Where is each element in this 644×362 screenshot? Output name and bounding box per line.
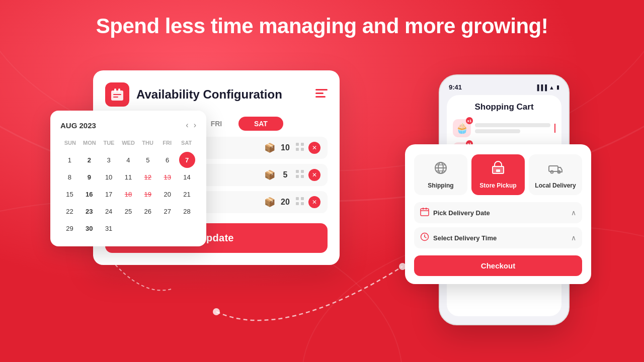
delivery-options-popup: Shipping Store Pickup	[405, 144, 591, 284]
calendar-day[interactable]: 23	[81, 203, 97, 219]
svg-rect-9	[113, 97, 118, 98]
calendar-day[interactable]: 6	[159, 152, 176, 168]
calendar-day[interactable]: 17	[101, 186, 117, 202]
svg-rect-31	[301, 197, 304, 200]
svg-rect-41	[496, 169, 500, 172]
calendar-prev-btn[interactable]: ‹	[186, 121, 188, 130]
calendar-day[interactable]: 11	[120, 169, 136, 185]
calendar-day[interactable]: 19	[140, 186, 156, 202]
svg-rect-42	[549, 166, 558, 171]
item-price-1	[554, 124, 555, 133]
calendar-day[interactable]: 27	[159, 203, 176, 219]
hero-title: Spend less time managing and more growin…	[0, 14, 644, 38]
panel-header-left: Availability Configuration	[105, 82, 282, 107]
svg-rect-32	[296, 202, 299, 205]
calendar-nav[interactable]: ‹ ›	[186, 121, 196, 130]
calendar-day[interactable]: 10	[101, 169, 117, 185]
calendar-day[interactable]: 30	[81, 220, 97, 236]
status-bar: 9:41 ▐▐▐ ▲ ▮	[447, 83, 561, 91]
calendar-day[interactable]: 29	[61, 220, 77, 236]
calendar-day[interactable]: 15	[61, 186, 77, 202]
panel-title: Availability Configuration	[136, 87, 282, 102]
svg-rect-45	[421, 209, 429, 216]
chevron-up-icon-time: ∧	[571, 234, 576, 242]
calendar-day[interactable]: 7	[179, 152, 195, 168]
delivery-tab-store-pickup[interactable]: Store Pickup	[471, 154, 525, 195]
delivery-tab-local-delivery[interactable]: Local Delivery	[529, 154, 582, 195]
slot-1-close-btn[interactable]: ✕	[308, 142, 320, 154]
store-pickup-icon	[491, 160, 506, 179]
svg-rect-6	[114, 88, 116, 93]
svg-rect-18	[296, 148, 299, 151]
delivery-tab-shipping[interactable]: Shipping	[414, 154, 467, 195]
item-line-1b	[475, 129, 520, 133]
svg-rect-26	[301, 175, 304, 178]
calendar-day[interactable]: 25	[120, 203, 136, 219]
svg-rect-17	[301, 143, 304, 146]
calendar-day[interactable]: 3	[101, 152, 117, 168]
svg-rect-7	[118, 88, 120, 93]
pick-delivery-date-row[interactable]: Pick Delivery Date ∧	[414, 202, 582, 223]
delivery-tabs: Shipping Store Pickup	[414, 154, 582, 195]
wifi-icon: ▲	[549, 84, 554, 90]
app-icon	[105, 82, 129, 107]
select-delivery-time-left: Select Delivery Time	[420, 232, 497, 243]
calendar-day[interactable]: 4	[120, 152, 136, 168]
calendar-option-icon	[420, 207, 429, 218]
svg-rect-47	[423, 208, 424, 210]
day-sat[interactable]: SAT	[238, 117, 283, 131]
panel-header: Availability Configuration	[105, 82, 328, 107]
calendar-day[interactable]: 24	[101, 203, 117, 219]
calendar-month: AUG 2023	[60, 121, 96, 130]
signal-icon: ▐▐▐	[535, 84, 547, 90]
calendar-day[interactable]: 21	[179, 186, 195, 202]
svg-rect-16	[296, 143, 299, 146]
calendar-day[interactable]: 14	[179, 169, 195, 185]
hamburger-icon[interactable]	[315, 88, 328, 101]
calendar-day[interactable]: 2	[81, 152, 97, 168]
calendar-day[interactable]: 31	[101, 220, 117, 236]
calendar-day[interactable]: 5	[140, 152, 156, 168]
grid-icon-1[interactable]	[295, 142, 304, 153]
grid-icon-2[interactable]	[295, 169, 304, 180]
cart-item-1: 🧁 x1	[453, 119, 555, 137]
clock-option-icon	[420, 232, 429, 243]
cal-hdr-sat: SAT	[177, 138, 196, 148]
slot-1-controls: 📦 10 ✕	[264, 142, 320, 154]
item-line-1a	[475, 123, 550, 127]
slot-2-close-btn[interactable]: ✕	[308, 169, 320, 181]
phone-option-rows: Pick Delivery Date ∧ Select Delivery Tim…	[414, 202, 582, 248]
calendar-day[interactable]: 12	[140, 169, 156, 185]
calendar-header: AUG 2023 ‹ ›	[60, 121, 196, 130]
calendar-day[interactable]: 22	[61, 203, 77, 219]
svg-rect-8	[113, 94, 121, 95]
calendar-day[interactable]: 18	[120, 186, 136, 202]
calendar-next-btn[interactable]: ›	[194, 121, 196, 130]
calendar-day[interactable]: 1	[61, 152, 77, 168]
slot-3-close-btn[interactable]: ✕	[308, 196, 320, 208]
slot-1-number: 10	[279, 143, 291, 152]
cal-hdr-mon: MON	[80, 138, 100, 148]
calendar-day[interactable]: 26	[140, 203, 156, 219]
pick-delivery-date-left: Pick Delivery Date	[420, 207, 490, 218]
calendar-day[interactable]: 20	[159, 186, 176, 202]
phone-status-icons: ▐▐▐ ▲ ▮	[535, 84, 559, 90]
svg-rect-23	[296, 170, 299, 173]
local-delivery-label: Local Delivery	[535, 182, 576, 189]
calendar-day[interactable]: 9	[81, 169, 97, 185]
svg-rect-24	[301, 170, 304, 173]
calendar-day[interactable]: 16	[81, 186, 97, 202]
calendar-day[interactable]: 13	[159, 169, 176, 185]
cal-hdr-sun: SUN	[60, 138, 80, 148]
svg-rect-48	[426, 208, 427, 210]
checkout-button[interactable]: Checkout	[414, 255, 582, 276]
grid-icon-3[interactable]	[295, 197, 304, 208]
store-pickup-label: Store Pickup	[479, 182, 516, 189]
calendar-day[interactable]: 8	[61, 169, 77, 185]
calendar-day	[120, 220, 136, 236]
slot-3-number: 20	[279, 198, 291, 207]
select-delivery-time-row[interactable]: Select Delivery Time ∧	[414, 227, 582, 248]
calendar-day[interactable]: 28	[179, 203, 195, 219]
item-badge-1: x1	[466, 117, 473, 124]
calendar-day	[159, 220, 176, 236]
